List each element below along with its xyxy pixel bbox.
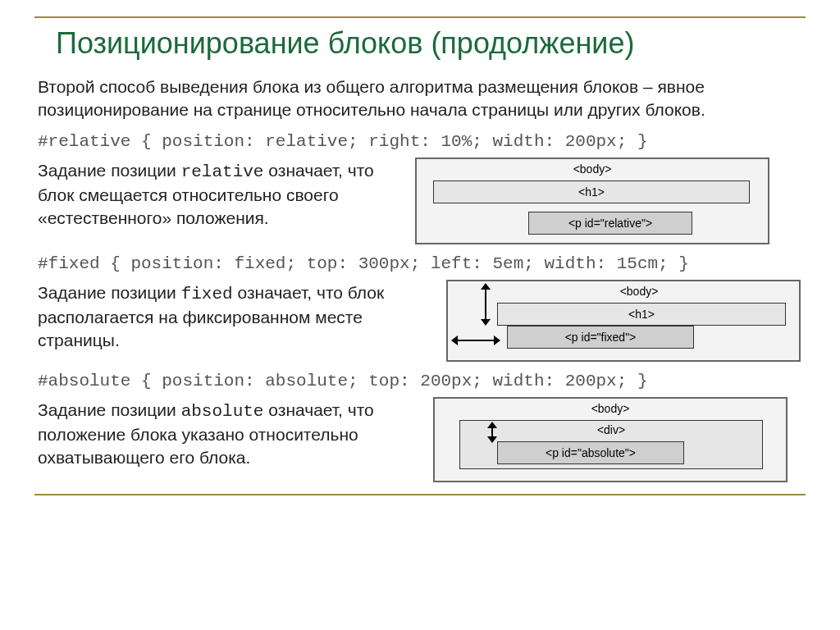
- code-fixed: #fixed { position: fixed; top: 300px; le…: [38, 254, 806, 273]
- code-absolute: #absolute { position: absolute; top: 200…: [38, 372, 806, 390]
- desc-absolute-pre: Задание позиции: [38, 400, 181, 419]
- desc-absolute: Задание позиции absolute означает, что п…: [38, 397, 399, 470]
- desc-relative-mono: relative: [181, 162, 264, 181]
- diagram-relative-body-label: <body>: [417, 162, 768, 176]
- diagram-fixed-h1-box: <h1>: [497, 303, 786, 326]
- desc-fixed-pre: Задание позиции: [38, 283, 181, 302]
- code-relative: #relative { position: relative; right: 1…: [38, 132, 806, 151]
- desc-relative: Задание позиции relative означает, что б…: [38, 158, 399, 231]
- diagram-relative-p-label: <p id="relative">: [568, 217, 652, 229]
- diagram-relative-h1-label: <h1>: [578, 186, 605, 198]
- diagram-relative-wrap: <body> <h1> <p id="relative">: [415, 158, 769, 244]
- diagram-absolute-body-label: <body>: [435, 402, 786, 415]
- desc-relative-pre: Задание позиции: [38, 161, 181, 180]
- section-fixed: Задание позиции fixed означает, что блок…: [38, 280, 806, 362]
- diagram-fixed-body-label: <body>: [479, 285, 799, 298]
- bottom-rule: [34, 494, 806, 495]
- desc-absolute-mono: absolute: [181, 402, 264, 421]
- diagram-relative-h1-box: <h1>: [433, 180, 750, 203]
- intro-paragraph: Второй способ выведения блока из общего …: [38, 75, 806, 122]
- diagram-absolute-div-label: <div>: [460, 424, 762, 436]
- desc-fixed-mono: fixed: [181, 285, 233, 304]
- diagram-absolute-wrap: <body> <div> <p id="absolute">: [415, 397, 788, 482]
- slide: Позиционирование блоков (продолжение) Вт…: [0, 0, 840, 630]
- diagram-fixed-p-label: <p id="fixed">: [565, 331, 637, 343]
- diagram-absolute-p-label: <p id="absolute">: [546, 447, 636, 459]
- diagram-relative-p-box: <p id="relative">: [528, 212, 692, 235]
- desc-fixed: Задание позиции fixed означает, что блок…: [38, 280, 399, 353]
- page-title: Позиционирование блоков (продолжение): [38, 26, 806, 61]
- diagram-fixed-wrap: <body> <h1> <p id="fixed">: [415, 280, 801, 362]
- diagram-absolute: <body> <div> <p id="absolute">: [433, 397, 788, 482]
- diagram-fixed-h1-label: <h1>: [628, 308, 655, 320]
- diagram-fixed: <body> <h1> <p id="fixed">: [446, 280, 801, 362]
- diagram-relative: <body> <h1> <p id="relative">: [415, 158, 769, 244]
- diagram-absolute-p-box: <p id="absolute">: [497, 441, 684, 464]
- top-rule: [34, 16, 806, 18]
- section-absolute: Задание позиции absolute означает, что п…: [38, 397, 806, 482]
- diagram-fixed-p-box: <p id="fixed">: [507, 326, 694, 349]
- section-relative: Задание позиции relative означает, что б…: [38, 158, 806, 244]
